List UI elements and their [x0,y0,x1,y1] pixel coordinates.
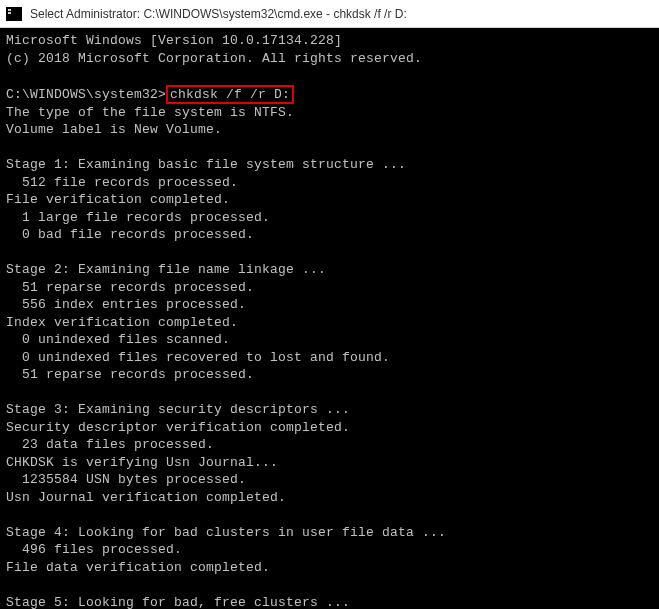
stage2-line: 556 index entries processed. [6,297,246,312]
stage4-line: 496 files processed. [6,542,182,557]
stage2-line: 0 unindexed files scanned. [6,332,230,347]
prompt-text: C:\WINDOWS\system32> [6,87,166,102]
stage3-line: CHKDSK is verifying Usn Journal... [6,455,278,470]
stage2-line: Index verification completed. [6,315,238,330]
version-line: Microsoft Windows [Version 10.0.17134.22… [6,33,342,48]
stage4-title: Stage 4: Looking for bad clusters in use… [6,525,446,540]
stage2-title: Stage 2: Examining file name linkage ... [6,262,326,277]
terminal-output[interactable]: Microsoft Windows [Version 10.0.17134.22… [0,28,659,609]
stage3-title: Stage 3: Examining security descriptors … [6,402,350,417]
stage2-line: 0 unindexed files recovered to lost and … [6,350,390,365]
stage1-line: 1 large file records processed. [6,210,270,225]
fs-type-line: The type of the file system is NTFS. [6,105,294,120]
stage1-line: 0 bad file records processed. [6,227,254,242]
stage3-line: 23 data files processed. [6,437,214,452]
stage3-line: Security descriptor verification complet… [6,420,350,435]
command-text: chkdsk /f /r D: [170,87,290,102]
window-title: Select Administrator: C:\WINDOWS\system3… [30,7,407,21]
stage3-line: Usn Journal verification completed. [6,490,286,505]
stage4-line: File data verification completed. [6,560,270,575]
stage1-line: 512 file records processed. [6,175,238,190]
command-highlight: chkdsk /f /r D: [166,85,294,104]
copyright-line: (c) 2018 Microsoft Corporation. All righ… [6,51,422,66]
stage2-line: 51 reparse records processed. [6,280,254,295]
stage1-line: File verification completed. [6,192,230,207]
stage1-title: Stage 1: Examining basic file system str… [6,157,406,172]
stage2-line: 51 reparse records processed. [6,367,254,382]
stage5-title: Stage 5: Looking for bad, free clusters … [6,595,350,610]
cmd-icon [6,7,22,21]
volume-label-line: Volume label is New Volume. [6,122,222,137]
window-titlebar[interactable]: Select Administrator: C:\WINDOWS\system3… [0,0,659,28]
stage3-line: 1235584 USN bytes processed. [6,472,246,487]
